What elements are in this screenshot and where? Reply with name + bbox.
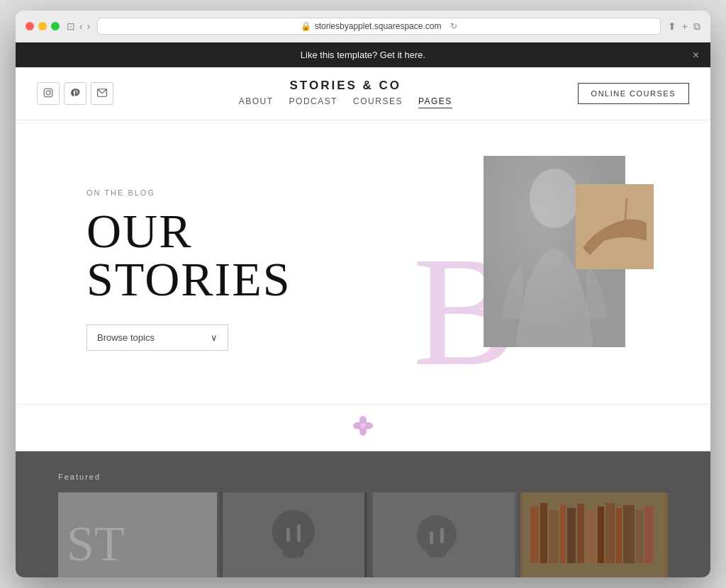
header-social-icons: [37, 82, 113, 105]
svg-rect-31: [598, 507, 604, 563]
featured-item-3[interactable]: [370, 492, 518, 577]
address-bar[interactable]: 🔒 storiesbyapplet.squarespace.com ↻: [97, 18, 660, 35]
svg-rect-26: [549, 510, 559, 563]
featured-label: Featured: [58, 473, 668, 481]
email-icon: [97, 89, 107, 99]
svg-rect-30: [586, 509, 596, 563]
dark-section: Featured ST: [16, 451, 710, 577]
svg-rect-21: [430, 531, 433, 544]
forward-button[interactable]: ›: [87, 21, 91, 32]
tabs-icon[interactable]: ⧉: [693, 21, 700, 33]
svg-rect-25: [540, 503, 547, 563]
browser-window: ⊡ ‹ › 🔒 storiesbyapplet.squarespace.com …: [16, 11, 710, 577]
maximize-traffic-light[interactable]: [51, 22, 60, 30]
svg-rect-28: [567, 508, 576, 563]
new-tab-icon[interactable]: +: [682, 21, 688, 33]
notification-close-button[interactable]: ×: [693, 49, 699, 62]
featured-item-1[interactable]: ST: [58, 492, 217, 577]
site-header: STORIES & CO ABOUT PODCAST COURSES PAGES…: [16, 67, 710, 120]
svg-rect-35: [636, 510, 643, 563]
instagram-icon: [43, 88, 53, 100]
nav-pages[interactable]: PAGES: [418, 96, 452, 108]
hero-section: ON THE BLOG OUR STORIES Browse topics ∨ …: [16, 120, 710, 404]
hero-images: B: [413, 163, 668, 375]
browse-label: Browse topics: [97, 332, 155, 343]
close-traffic-light[interactable]: [26, 22, 34, 30]
browser-actions: ⬆ + ⧉: [668, 21, 700, 33]
svg-point-1: [46, 91, 50, 95]
podcast-image-1: [220, 492, 367, 577]
lock-icon: 🔒: [301, 21, 311, 31]
svg-rect-22: [440, 528, 444, 543]
svg-rect-34: [623, 505, 635, 563]
hero-left: ON THE BLOG OUR STORIES Browse topics ∨: [86, 188, 384, 351]
svg-point-5: [530, 169, 579, 228]
pinterest-icon: [70, 88, 80, 100]
svg-point-2: [50, 90, 51, 91]
browser-chrome: ⊡ ‹ › 🔒 storiesbyapplet.squarespace.com …: [16, 11, 710, 43]
books-image: [520, 492, 668, 577]
featured-big-letter: ST: [67, 519, 125, 569]
svg-rect-16: [286, 528, 290, 542]
url-text: storiesbyapplet.squarespace.com: [315, 21, 442, 31]
svg-rect-36: [644, 507, 653, 563]
refresh-icon[interactable]: ↻: [450, 21, 457, 31]
nav-about[interactable]: ABOUT: [239, 96, 274, 108]
hero-secondary-image: [576, 184, 654, 269]
hero-title: OUR STORIES: [86, 207, 384, 303]
svg-rect-27: [560, 505, 566, 563]
nav-courses[interactable]: COURSES: [353, 96, 403, 108]
shoes-photo: [576, 184, 654, 269]
chevron-down-icon: ∨: [211, 332, 218, 343]
svg-rect-17: [297, 524, 301, 542]
svg-rect-0: [44, 89, 52, 97]
back-button[interactable]: ‹: [79, 21, 83, 32]
svg-point-20: [427, 548, 447, 558]
email-icon-button[interactable]: [91, 82, 113, 105]
section-divider: [16, 404, 710, 451]
svg-line-7: [625, 198, 627, 220]
online-courses-button[interactable]: ONLINE COURSES: [578, 83, 689, 104]
instagram-icon-button[interactable]: [37, 82, 60, 105]
svg-rect-33: [616, 508, 622, 563]
header-center: STORIES & CO ABOUT PODCAST COURSES PAGES: [239, 79, 452, 108]
podcast-image-2: [370, 492, 518, 577]
notification-text: Like this template? Get it here.: [301, 50, 425, 60]
browser-navigation: ⊡ ‹ ›: [67, 21, 90, 32]
browse-topics-dropdown[interactable]: Browse topics ∨: [86, 324, 228, 351]
featured-item-4[interactable]: [520, 492, 668, 577]
svg-point-15: [283, 547, 304, 558]
share-icon[interactable]: ⬆: [668, 21, 676, 33]
flower-icon: [353, 416, 373, 440]
pinterest-icon-button[interactable]: [64, 82, 86, 105]
nav-links: ABOUT PODCAST COURSES PAGES: [239, 96, 452, 108]
svg-rect-32: [605, 503, 615, 563]
svg-rect-29: [577, 504, 584, 563]
site-title: STORIES & CO: [239, 79, 452, 93]
minimize-traffic-light[interactable]: [38, 22, 47, 30]
nav-podcast[interactable]: PODCAST: [289, 96, 338, 108]
sidebar-toggle-icon[interactable]: ⊡: [67, 21, 75, 32]
notification-bar: Like this template? Get it here. ×: [16, 43, 710, 67]
svg-point-12: [360, 423, 366, 429]
traffic-lights: [26, 22, 60, 30]
blog-label: ON THE BLOG: [86, 188, 384, 197]
featured-item-2[interactable]: [220, 492, 367, 577]
featured-grid: ST: [58, 492, 668, 577]
svg-point-14: [272, 510, 315, 553]
svg-rect-24: [530, 507, 539, 563]
